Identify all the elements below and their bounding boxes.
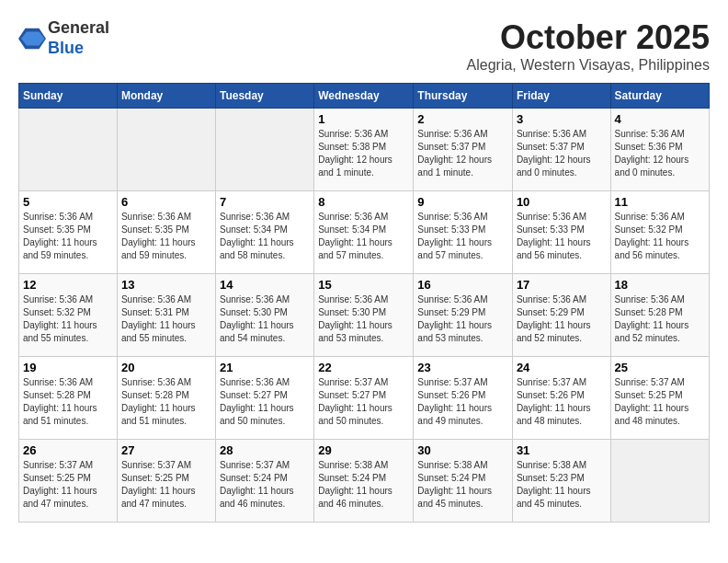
calendar-cell: 22Sunrise: 5:37 AM Sunset: 5:27 PM Dayli… (314, 357, 414, 440)
calendar-week-3: 12Sunrise: 5:36 AM Sunset: 5:32 PM Dayli… (19, 274, 710, 357)
calendar-cell: 23Sunrise: 5:37 AM Sunset: 5:26 PM Dayli… (414, 357, 513, 440)
calendar-cell: 17Sunrise: 5:36 AM Sunset: 5:29 PM Dayli… (512, 274, 610, 357)
page-header: General Blue October 2025 Alegria, Weste… (18, 18, 710, 74)
day-info: Sunrise: 5:37 AM Sunset: 5:27 PM Dayligh… (318, 376, 409, 428)
day-info: Sunrise: 5:36 AM Sunset: 5:28 PM Dayligh… (615, 293, 705, 345)
day-header-monday: Monday (117, 84, 215, 109)
day-info: Sunrise: 5:37 AM Sunset: 5:25 PM Dayligh… (23, 459, 113, 511)
calendar-cell: 9Sunrise: 5:36 AM Sunset: 5:33 PM Daylig… (414, 191, 513, 274)
day-info: Sunrise: 5:36 AM Sunset: 5:37 PM Dayligh… (517, 128, 607, 179)
day-number: 11 (615, 195, 705, 209)
logo-general-text: General (48, 18, 109, 39)
calendar-cell: 4Sunrise: 5:36 AM Sunset: 5:36 PM Daylig… (610, 109, 709, 191)
logo-blue-text: Blue (48, 39, 109, 59)
calendar-week-1: 1Sunrise: 5:36 AM Sunset: 5:38 PM Daylig… (19, 109, 710, 191)
day-header-saturday: Saturday (610, 84, 709, 109)
calendar-cell: 12Sunrise: 5:36 AM Sunset: 5:32 PM Dayli… (19, 274, 118, 357)
calendar-cell: 25Sunrise: 5:37 AM Sunset: 5:25 PM Dayli… (610, 357, 709, 440)
day-info: Sunrise: 5:36 AM Sunset: 5:28 PM Dayligh… (23, 376, 113, 428)
day-number: 8 (318, 195, 409, 209)
calendar-week-5: 26Sunrise: 5:37 AM Sunset: 5:25 PM Dayli… (19, 440, 710, 523)
day-header-thursday: Thursday (414, 84, 513, 109)
day-number: 13 (121, 278, 211, 292)
calendar-cell (19, 109, 118, 191)
calendar-header-row: SundayMondayTuesdayWednesdayThursdayFrid… (19, 84, 710, 109)
calendar-cell (610, 440, 709, 523)
title-block: October 2025 Alegria, Western Visayas, P… (467, 18, 710, 74)
day-info: Sunrise: 5:36 AM Sunset: 5:32 PM Dayligh… (23, 293, 113, 345)
day-info: Sunrise: 5:38 AM Sunset: 5:24 PM Dayligh… (417, 459, 508, 511)
calendar-cell: 11Sunrise: 5:36 AM Sunset: 5:32 PM Dayli… (610, 191, 709, 274)
day-header-sunday: Sunday (19, 84, 118, 109)
day-info: Sunrise: 5:36 AM Sunset: 5:35 PM Dayligh… (23, 211, 113, 262)
day-info: Sunrise: 5:36 AM Sunset: 5:28 PM Dayligh… (121, 376, 211, 428)
day-number: 27 (121, 443, 211, 457)
day-header-friday: Friday (512, 84, 610, 109)
calendar-cell (117, 109, 215, 191)
day-number: 17 (517, 278, 607, 292)
calendar-cell: 1Sunrise: 5:36 AM Sunset: 5:38 PM Daylig… (314, 109, 414, 191)
calendar-cell: 13Sunrise: 5:36 AM Sunset: 5:31 PM Dayli… (117, 274, 215, 357)
day-number: 24 (517, 361, 607, 374)
day-header-tuesday: Tuesday (216, 84, 314, 109)
day-info: Sunrise: 5:36 AM Sunset: 5:33 PM Dayligh… (517, 211, 607, 262)
calendar-cell: 16Sunrise: 5:36 AM Sunset: 5:29 PM Dayli… (414, 274, 513, 357)
day-number: 19 (23, 361, 113, 374)
logo: General Blue (18, 18, 109, 58)
day-info: Sunrise: 5:36 AM Sunset: 5:29 PM Dayligh… (417, 293, 508, 345)
day-info: Sunrise: 5:36 AM Sunset: 5:29 PM Dayligh… (517, 293, 607, 345)
calendar-cell: 27Sunrise: 5:37 AM Sunset: 5:25 PM Dayli… (117, 440, 215, 523)
month-title: October 2025 (467, 18, 710, 57)
day-info: Sunrise: 5:36 AM Sunset: 5:34 PM Dayligh… (220, 211, 310, 262)
day-info: Sunrise: 5:37 AM Sunset: 5:24 PM Dayligh… (220, 459, 310, 511)
calendar-cell: 14Sunrise: 5:36 AM Sunset: 5:30 PM Dayli… (216, 274, 314, 357)
calendar-cell: 30Sunrise: 5:38 AM Sunset: 5:24 PM Dayli… (414, 440, 513, 523)
calendar-week-4: 19Sunrise: 5:36 AM Sunset: 5:28 PM Dayli… (19, 357, 710, 440)
day-number: 25 (615, 361, 705, 374)
calendar-cell: 31Sunrise: 5:38 AM Sunset: 5:23 PM Dayli… (512, 440, 610, 523)
day-info: Sunrise: 5:37 AM Sunset: 5:26 PM Dayligh… (517, 376, 607, 428)
calendar-cell: 21Sunrise: 5:36 AM Sunset: 5:27 PM Dayli… (216, 357, 314, 440)
day-number: 26 (23, 443, 113, 457)
calendar-cell: 7Sunrise: 5:36 AM Sunset: 5:34 PM Daylig… (216, 191, 314, 274)
day-info: Sunrise: 5:37 AM Sunset: 5:25 PM Dayligh… (121, 459, 211, 511)
day-info: Sunrise: 5:36 AM Sunset: 5:34 PM Dayligh… (318, 211, 409, 262)
day-number: 29 (318, 443, 409, 457)
day-number: 31 (517, 443, 607, 457)
day-info: Sunrise: 5:36 AM Sunset: 5:30 PM Dayligh… (220, 293, 310, 345)
day-info: Sunrise: 5:38 AM Sunset: 5:23 PM Dayligh… (517, 459, 607, 511)
day-info: Sunrise: 5:36 AM Sunset: 5:32 PM Dayligh… (615, 211, 705, 262)
day-number: 30 (417, 443, 508, 457)
calendar-cell: 18Sunrise: 5:36 AM Sunset: 5:28 PM Dayli… (610, 274, 709, 357)
day-number: 10 (517, 195, 607, 209)
day-info: Sunrise: 5:36 AM Sunset: 5:31 PM Dayligh… (121, 293, 211, 345)
calendar-cell: 15Sunrise: 5:36 AM Sunset: 5:30 PM Dayli… (314, 274, 414, 357)
day-number: 14 (220, 278, 310, 292)
calendar-cell: 5Sunrise: 5:36 AM Sunset: 5:35 PM Daylig… (19, 191, 118, 274)
day-number: 16 (417, 278, 508, 292)
calendar-week-2: 5Sunrise: 5:36 AM Sunset: 5:35 PM Daylig… (19, 191, 710, 274)
day-info: Sunrise: 5:37 AM Sunset: 5:25 PM Dayligh… (615, 376, 705, 428)
day-number: 20 (121, 361, 211, 374)
day-number: 9 (417, 195, 508, 209)
day-number: 5 (23, 195, 113, 209)
day-number: 2 (417, 112, 508, 126)
day-info: Sunrise: 5:37 AM Sunset: 5:26 PM Dayligh… (417, 376, 508, 428)
calendar-cell (216, 109, 314, 191)
day-number: 28 (220, 443, 310, 457)
day-info: Sunrise: 5:38 AM Sunset: 5:24 PM Dayligh… (318, 459, 409, 511)
day-header-wednesday: Wednesday (314, 84, 414, 109)
day-number: 4 (615, 112, 705, 126)
calendar-cell: 24Sunrise: 5:37 AM Sunset: 5:26 PM Dayli… (512, 357, 610, 440)
day-number: 3 (517, 112, 607, 126)
calendar-cell: 29Sunrise: 5:38 AM Sunset: 5:24 PM Dayli… (314, 440, 414, 523)
calendar-table: SundayMondayTuesdayWednesdayThursdayFrid… (18, 83, 710, 523)
day-number: 18 (615, 278, 705, 292)
calendar-cell: 19Sunrise: 5:36 AM Sunset: 5:28 PM Dayli… (19, 357, 118, 440)
day-number: 7 (220, 195, 310, 209)
calendar-cell: 28Sunrise: 5:37 AM Sunset: 5:24 PM Dayli… (216, 440, 314, 523)
day-number: 23 (417, 361, 508, 374)
calendar-cell: 26Sunrise: 5:37 AM Sunset: 5:25 PM Dayli… (19, 440, 118, 523)
day-info: Sunrise: 5:36 AM Sunset: 5:30 PM Dayligh… (318, 293, 409, 345)
day-info: Sunrise: 5:36 AM Sunset: 5:38 PM Dayligh… (318, 128, 409, 179)
